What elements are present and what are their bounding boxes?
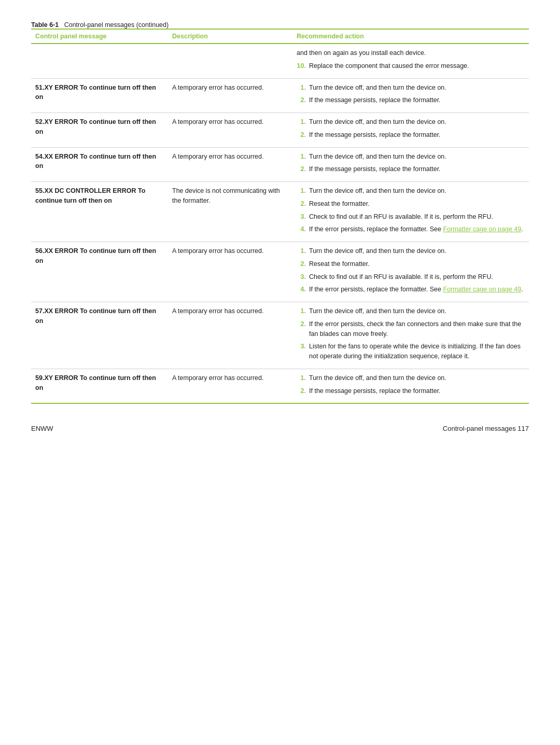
msg-57: 57.XX ERROR To continue turn off then on bbox=[31, 302, 168, 369]
intro-numbered-text: 10. Replace the component that caused th… bbox=[297, 61, 525, 71]
table-row: 55.XX DC CONTROLLER ERROR To continue tu… bbox=[31, 182, 529, 242]
msg-54: 54.XX ERROR To continue turn off then on bbox=[31, 147, 168, 182]
col-header-msg: Control panel message bbox=[31, 29, 168, 44]
msg-55: 55.XX DC CONTROLLER ERROR To continue tu… bbox=[31, 182, 168, 242]
list-item: 1. Turn the device off, and then turn th… bbox=[297, 152, 525, 162]
list-item: 4. If the error persists, replace the fo… bbox=[297, 224, 525, 234]
footer-left: ENWW bbox=[31, 425, 53, 432]
msg-52: 52.XY ERROR To continue turn off then on bbox=[31, 113, 168, 148]
list-item: 3. Check to find out if an RFU is availa… bbox=[297, 272, 525, 282]
action-59: 1. Turn the device off, and then turn th… bbox=[292, 369, 529, 403]
action-55: 1. Turn the device off, and then turn th… bbox=[292, 182, 529, 242]
intro-plain-text: and then on again as you install each de… bbox=[297, 48, 525, 58]
list-item: 2. If the error persists, check the fan … bbox=[297, 319, 525, 339]
intro-desc-cell bbox=[168, 44, 292, 78]
list-item: 1. Turn the device off, and then turn th… bbox=[297, 246, 525, 256]
action-57: 1. Turn the device off, and then turn th… bbox=[292, 302, 529, 369]
list-item: 1. Turn the device off, and then turn th… bbox=[297, 373, 525, 383]
list-item: 4. If the error persists, replace the fo… bbox=[297, 285, 525, 294]
table-row: 54.XX ERROR To continue turn off then on… bbox=[31, 147, 529, 182]
desc-56: A temporary error has occurred. bbox=[168, 242, 292, 302]
list-item: 1. Turn the device off, and then turn th… bbox=[297, 117, 525, 127]
desc-51: A temporary error has occurred. bbox=[168, 78, 292, 113]
list-item: 1. Turn the device off, and then turn th… bbox=[297, 306, 525, 316]
col-header-desc: Description bbox=[168, 29, 292, 44]
list-item: 2. Reseat the formatter. bbox=[297, 259, 525, 269]
intro-row: and then on again as you install each de… bbox=[31, 44, 529, 78]
table-row: 57.XX ERROR To continue turn off then on… bbox=[31, 302, 529, 369]
list-item: 1. Turn the device off, and then turn th… bbox=[297, 186, 525, 196]
table-row: 59.XY ERROR To continue turn off then on… bbox=[31, 369, 529, 403]
desc-54: A temporary error has occurred. bbox=[168, 147, 292, 182]
msg-59: 59.XY ERROR To continue turn off then on bbox=[31, 369, 168, 403]
intro-msg-cell bbox=[31, 44, 168, 78]
list-item: 2. If the message persists, replace the … bbox=[297, 386, 525, 396]
desc-55: The device is not communicating with the… bbox=[168, 182, 292, 242]
list-item: 1. Turn the device off, and then turn th… bbox=[297, 83, 525, 93]
intro-action-cell: and then on again as you install each de… bbox=[292, 44, 529, 78]
page-footer: ENWW Control-panel messages 117 bbox=[31, 425, 529, 432]
table-id: Table 6-1 bbox=[31, 21, 59, 29]
table-row: 51.XY ERROR To continue turn off then on… bbox=[31, 78, 529, 113]
list-item: 2. If the message persists, replace the … bbox=[297, 130, 525, 140]
footer-right: Control-panel messages 117 bbox=[443, 425, 529, 432]
table-row: 56.XX ERROR To continue turn off then on… bbox=[31, 242, 529, 302]
action-51: 1. Turn the device off, and then turn th… bbox=[292, 78, 529, 113]
action-52: 1. Turn the device off, and then turn th… bbox=[292, 113, 529, 148]
desc-59: A temporary error has occurred. bbox=[168, 369, 292, 403]
desc-57: A temporary error has occurred. bbox=[168, 302, 292, 369]
action-56: 1. Turn the device off, and then turn th… bbox=[292, 242, 529, 302]
table-title-label: Control-panel messages (continued) bbox=[64, 21, 169, 29]
msg-51: 51.XY ERROR To continue turn off then on bbox=[31, 78, 168, 113]
action-54: 1. Turn the device off, and then turn th… bbox=[292, 147, 529, 182]
formatter-cage-link-56[interactable]: Formatter cage on page 49 bbox=[443, 286, 521, 293]
msg-56: 56.XX ERROR To continue turn off then on bbox=[31, 242, 168, 302]
main-table: Control panel message Description Recomm… bbox=[31, 29, 529, 404]
formatter-cage-link-55[interactable]: Formatter cage on page 49 bbox=[443, 226, 521, 233]
table-row: 52.XY ERROR To continue turn off then on… bbox=[31, 113, 529, 148]
list-item: 2. Reseat the formatter. bbox=[297, 199, 525, 209]
desc-52: A temporary error has occurred. bbox=[168, 113, 292, 148]
table-title: Table 6-1 Control-panel messages (contin… bbox=[31, 21, 529, 29]
list-item: 3. Check to find out if an RFU is availa… bbox=[297, 212, 525, 222]
list-item: 2. If the message persists, replace the … bbox=[297, 164, 525, 174]
list-item: 3. Listen for the fans to operate while … bbox=[297, 342, 525, 361]
list-item: 2. If the message persists, replace the … bbox=[297, 95, 525, 105]
col-header-action: Recommended action bbox=[292, 29, 529, 44]
